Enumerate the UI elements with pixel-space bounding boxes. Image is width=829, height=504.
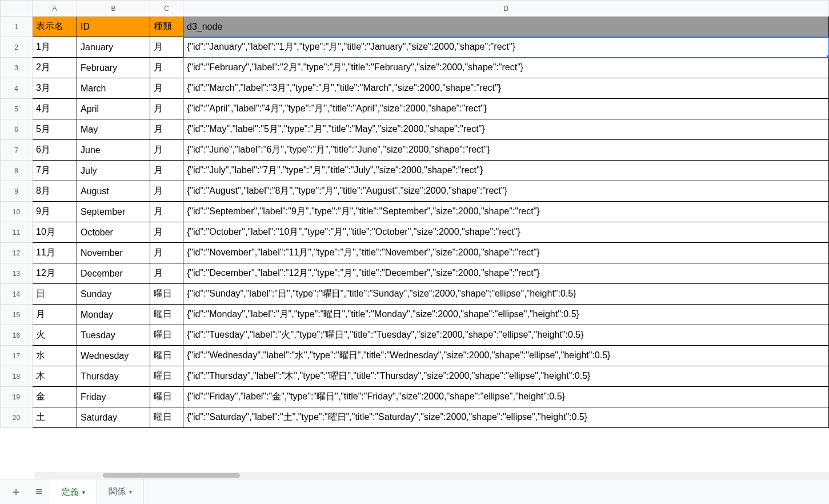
chevron-down-icon[interactable]: ▾ [129,489,132,495]
row-header[interactable]: 5 [1,99,33,119]
cell-B15[interactable]: Monday [77,305,150,325]
cell-A13[interactable]: 12月 [33,263,77,284]
cell-C19[interactable]: 曜日 [150,387,183,407]
cell-A19[interactable]: 金 [33,387,77,407]
cell-C6[interactable]: 月 [150,119,183,140]
cell-C7[interactable]: 月 [150,140,183,161]
cell-C17[interactable]: 曜日 [150,346,183,366]
row-header[interactable]: 8 [1,161,33,181]
cell-D20[interactable]: {"id":"Saturday","label":"土","type":"曜日"… [183,407,829,428]
col-header-A[interactable]: A [33,1,77,17]
cell-A6[interactable]: 5月 [33,119,77,140]
cell-D7[interactable]: {"id":"June","label":"6月","type":"月","ti… [183,140,829,161]
cell-B12[interactable]: November [77,243,150,263]
cell-D3[interactable]: {"id":"February","label":"2月","type":"月"… [183,58,829,78]
cell-C4[interactable]: 月 [150,78,183,99]
cell-B18[interactable]: Thursday [77,366,150,387]
row-header[interactable]: 20 [1,407,33,428]
cell-C16[interactable]: 曜日 [150,325,183,346]
cell-B19[interactable]: Friday [77,387,150,407]
col-header-D[interactable]: D [183,1,829,17]
cell-B9[interactable]: August [77,181,150,202]
row-header[interactable]: 12 [1,243,33,263]
cell-A18[interactable]: 木 [33,366,77,387]
cell-C9[interactable]: 月 [150,181,183,202]
cell-A7[interactable]: 6月 [33,140,77,161]
cell-A12[interactable]: 11月 [33,243,77,263]
chevron-down-icon[interactable]: ▾ [82,489,85,495]
cell-D19[interactable]: {"id":"Friday","label":"金","type":"曜日","… [183,387,829,407]
cell-B5[interactable]: April [77,99,150,119]
cell-B2[interactable]: January [77,37,150,58]
cell-D5[interactable]: {"id":"April","label":"4月","type":"月","t… [183,99,829,119]
cell-D16[interactable]: {"id":"Tuesday","label":"火","type":"曜日",… [183,325,829,346]
cell-D17[interactable]: {"id":"Wednesday","label":"水","type":"曜日… [183,346,829,366]
cell-A15[interactable]: 月 [33,305,77,325]
row-header[interactable]: 3 [1,58,33,78]
cell-B16[interactable]: Tuesday [77,325,150,346]
cell-A10[interactable]: 9月 [33,202,77,222]
cell-B20[interactable]: Saturday [77,407,150,428]
row-header[interactable]: 10 [1,202,33,222]
header-cell-B[interactable]: ID [77,17,150,37]
cell-D11[interactable]: {"id":"October","label":"10月","type":"月"… [183,222,829,243]
cell-C20[interactable]: 曜日 [150,407,183,428]
row-header[interactable]: 1 [1,17,33,37]
cell-C18[interactable]: 曜日 [150,366,183,387]
row-header[interactable]: 4 [1,78,33,99]
cell-D15[interactable]: {"id":"Monday","label":"月","type":"曜日","… [183,305,829,325]
row-header[interactable]: 13 [1,263,33,284]
row-header[interactable]: 14 [1,284,33,305]
cell-C14[interactable]: 曜日 [150,284,183,305]
cell-C10[interactable]: 月 [150,202,183,222]
cell-A11[interactable]: 10月 [33,222,77,243]
cell-B7[interactable]: June [77,140,150,161]
cell-B17[interactable]: Wednesday [77,346,150,366]
cell-B3[interactable]: February [77,58,150,78]
cell-C12[interactable]: 月 [150,243,183,263]
add-sheet-button[interactable]: ＋ [5,479,27,505]
cell-C3[interactable]: 月 [150,58,183,78]
cell-D18[interactable]: {"id":"Thursday","label":"木","type":"曜日"… [183,366,829,387]
cell-B14[interactable]: Sunday [77,284,150,305]
cell-D6[interactable]: {"id":"May","label":"5月","type":"月","tit… [183,119,829,140]
row-header[interactable]: 6 [1,119,33,140]
row-header[interactable]: 17 [1,346,33,366]
cell-D9[interactable]: {"id":"August","label":"8月","type":"月","… [183,181,829,202]
cell-A2[interactable]: 1月 [33,37,77,58]
cell-B11[interactable]: October [77,222,150,243]
cell-A20[interactable]: 土 [33,407,77,428]
cell-A14[interactable]: 日 [33,284,77,305]
cell-A3[interactable]: 2月 [33,58,77,78]
sheet-tab-関係[interactable]: 関係▾ [97,479,144,505]
horizontal-scrollbar[interactable] [34,472,829,479]
cell-C8[interactable]: 月 [150,161,183,181]
all-sheets-button[interactable]: ≡ [27,479,50,505]
col-header-C[interactable]: C [150,1,183,17]
cell-B13[interactable]: December [77,263,150,284]
cell-C2[interactable]: 月 [150,37,183,58]
cell-C11[interactable]: 月 [150,222,183,243]
cell-D4[interactable]: {"id":"March","label":"3月","type":"月","t… [183,78,829,99]
cell-C13[interactable]: 月 [150,263,183,284]
row-header[interactable]: 16 [1,325,33,346]
row-header[interactable]: 2 [1,37,33,58]
row-header[interactable]: 19 [1,387,33,407]
row-header[interactable]: 18 [1,366,33,387]
cell-C5[interactable]: 月 [150,99,183,119]
cell-D8[interactable]: {"id":"July","label":"7月","type":"月","ti… [183,161,829,181]
select-all-corner[interactable] [1,1,33,17]
cell-A8[interactable]: 7月 [33,161,77,181]
header-cell-D[interactable]: d3_node [183,17,829,37]
row-header[interactable]: 9 [1,181,33,202]
cell-D14[interactable]: {"id":"Sunday","label":"日","type":"曜日","… [183,284,829,305]
cell-D13[interactable]: {"id":"December","label":"12月","type":"月… [183,263,829,284]
row-header[interactable]: 11 [1,222,33,243]
spreadsheet-grid[interactable]: A B C D 1表示名ID種類d3_node21月January月{"id":… [0,0,829,479]
cell-A16[interactable]: 火 [33,325,77,346]
cell-D12[interactable]: {"id":"November","label":"11月","type":"月… [183,243,829,263]
scrollbar-thumb[interactable] [103,473,240,478]
cell-D2[interactable]: {"id":"January","label":"1月","type":"月",… [183,37,829,58]
cell-A17[interactable]: 水 [33,346,77,366]
cell-D10[interactable]: {"id":"September","label":"9月","type":"月… [183,202,829,222]
